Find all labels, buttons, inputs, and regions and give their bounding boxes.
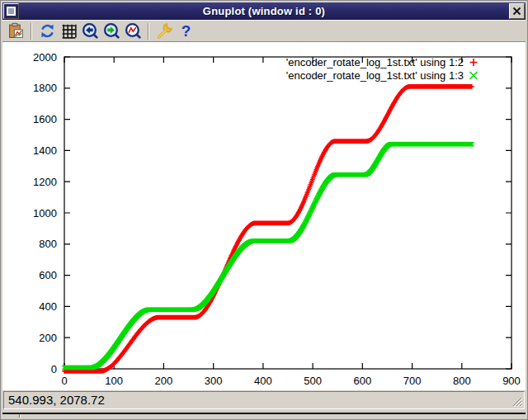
titlebar: Gnuplot (window id : 0) — [2, 2, 526, 20]
wrench-icon — [156, 22, 173, 40]
x-axis-labels: 0100200300400500600700800900 — [61, 375, 520, 387]
svg-text:1800: 1800 — [33, 82, 57, 94]
close-icon — [512, 6, 522, 17]
svg-text:2000: 2000 — [33, 51, 57, 64]
svg-text:'encoder_rotate_log_1st.txt' u: 'encoder_rotate_log_1st.txt' using 1:3 — [286, 69, 464, 82]
options-button[interactable] — [154, 21, 174, 41]
svg-text:900: 900 — [502, 375, 521, 387]
svg-text:'encoder_rotate_log_1st.txt' u: 'encoder_rotate_log_1st.txt' using 1:2 — [286, 56, 464, 68]
zoom-previous-icon — [82, 22, 99, 40]
svg-text:300: 300 — [205, 375, 223, 387]
svg-text:700: 700 — [403, 375, 422, 387]
series-1 — [63, 142, 474, 370]
svg-text:1000: 1000 — [33, 207, 57, 219]
help-icon: ? — [177, 22, 195, 40]
replot-button[interactable] — [37, 21, 57, 41]
cursor-coordinates: 540.993, 2078.72 — [8, 393, 105, 407]
svg-text:?: ? — [181, 22, 191, 40]
svg-text:1600: 1600 — [33, 113, 57, 125]
window-menu-button[interactable] — [3, 3, 19, 19]
legend: 'encoder_rotate_log_1st.txt' using 1:2'e… — [286, 56, 478, 82]
window-bottom-frame[interactable] — [2, 410, 526, 418]
status-field: 540.993, 2078.72 — [3, 391, 525, 409]
frame-corner-notch — [19, 414, 21, 418]
resize-grip[interactable] — [511, 395, 522, 407]
help-button[interactable]: ? — [176, 21, 196, 41]
svg-text:0: 0 — [61, 375, 67, 387]
svg-text:200: 200 — [155, 375, 173, 387]
y-axis-labels: 0200400600800100012001400160018002000 — [33, 51, 57, 375]
grid-button[interactable] — [59, 21, 78, 41]
statusbar: 540.993, 2078.72 — [2, 390, 526, 410]
toolbar-separator — [148, 23, 149, 40]
replot-refresh-icon — [39, 22, 56, 40]
unzoom-button[interactable] — [123, 21, 143, 41]
plot-svg: 0100200300400500600700800900020040060080… — [2, 42, 526, 390]
close-button[interactable] — [509, 3, 525, 19]
svg-text:800: 800 — [453, 375, 471, 387]
window-menu-icon — [7, 7, 16, 16]
svg-text:600: 600 — [39, 269, 57, 281]
zoom-next-button[interactable] — [101, 21, 121, 41]
window-title: Gnuplot (window id : 0) — [2, 2, 526, 20]
svg-text:500: 500 — [304, 375, 322, 387]
svg-text:100: 100 — [105, 375, 123, 387]
copy-plot-button[interactable] — [6, 21, 26, 41]
copy-to-clipboard-icon — [7, 22, 25, 40]
zoom-previous-button[interactable] — [80, 21, 100, 41]
svg-text:600: 600 — [353, 375, 371, 387]
svg-text:1200: 1200 — [33, 176, 57, 188]
plot-canvas[interactable]: 0100200300400500600700800900020040060080… — [2, 42, 526, 390]
unzoom-autoscale-icon — [125, 22, 142, 40]
svg-text:1400: 1400 — [33, 144, 57, 157]
svg-text:400: 400 — [39, 300, 57, 313]
toolbar: ? — [2, 20, 526, 42]
toolbar-separator — [31, 23, 32, 40]
svg-text:800: 800 — [39, 238, 57, 250]
svg-text:200: 200 — [39, 332, 57, 344]
svg-text:400: 400 — [254, 375, 272, 387]
window-edge-line — [2, 413, 526, 414]
svg-text:0: 0 — [51, 363, 57, 375]
grid-icon — [60, 22, 78, 40]
gnuplot-window: Gnuplot (window id : 0) — [0, 0, 528, 420]
zoom-next-icon — [103, 22, 120, 40]
